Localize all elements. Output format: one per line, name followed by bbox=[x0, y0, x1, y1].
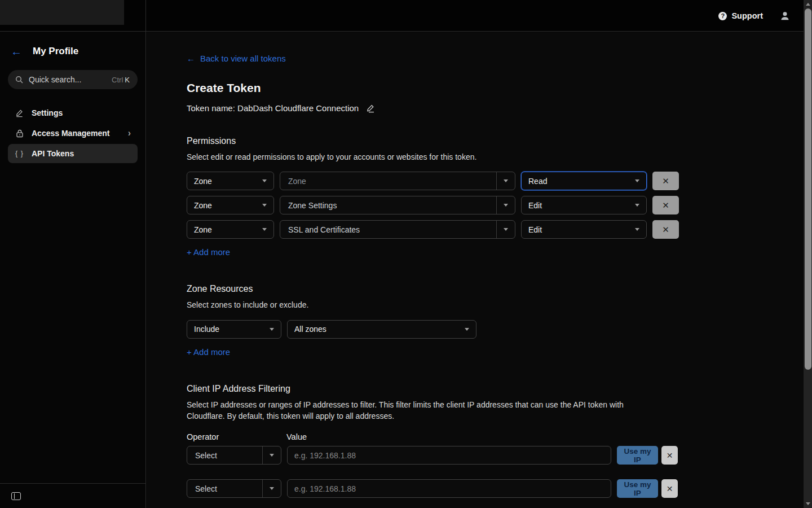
permission-resource-select[interactable]: Zone Settings bbox=[280, 196, 515, 214]
chevron-down-icon bbox=[262, 228, 267, 231]
braces-icon: { } bbox=[15, 150, 24, 157]
vertical-scrollbar[interactable] bbox=[804, 0, 812, 508]
sidebar-back-icon[interactable]: ← bbox=[11, 46, 22, 57]
zone-resources-description: Select zones to include or exclude. bbox=[187, 299, 643, 310]
page-title: Create Token bbox=[187, 81, 804, 95]
logo-placeholder bbox=[0, 0, 124, 25]
permission-access-select[interactable]: Edit bbox=[521, 196, 647, 214]
zone-resources-title: Zone Resources bbox=[187, 284, 804, 294]
quick-search-input[interactable]: Quick search... CtrlK bbox=[8, 70, 138, 89]
remove-ip-filter-button[interactable]: ✕ bbox=[661, 446, 678, 465]
back-to-tokens-link[interactable]: ← Back to view all tokens bbox=[187, 54, 286, 63]
chevron-down-icon bbox=[270, 328, 274, 331]
ip-value-input[interactable] bbox=[287, 479, 611, 498]
scrollbar-thumb[interactable] bbox=[805, 8, 811, 370]
user-account-icon[interactable] bbox=[780, 11, 790, 21]
scroll-down-icon[interactable] bbox=[804, 500, 812, 507]
remove-permission-button[interactable]: ✕ bbox=[652, 196, 679, 214]
add-zone-resource-link[interactable]: + Add more bbox=[187, 347, 230, 357]
sidebar-item-label: Settings bbox=[32, 108, 63, 117]
back-arrow-icon: ← bbox=[187, 54, 195, 63]
chevron-down-icon[interactable] bbox=[496, 172, 515, 190]
value-column-label: Value bbox=[286, 432, 307, 441]
chevron-down-icon bbox=[465, 328, 469, 331]
scroll-up-icon[interactable] bbox=[804, 1, 812, 8]
sidebar-item-settings[interactable]: Settings bbox=[8, 103, 138, 122]
chevron-down-icon bbox=[262, 204, 267, 207]
permissions-title: Permissions bbox=[187, 136, 804, 146]
chevron-right-icon: › bbox=[128, 128, 131, 138]
sidebar-item-label: Access Management bbox=[32, 129, 110, 138]
permission-row: Zone SSL and Certificates Edit ✕ bbox=[187, 220, 804, 239]
permission-scope-select[interactable]: Zone bbox=[187, 196, 274, 214]
support-label: Support bbox=[731, 11, 763, 20]
collapse-sidebar-icon[interactable] bbox=[11, 492, 21, 500]
chevron-down-icon bbox=[262, 179, 267, 182]
sidebar-item-api-tokens[interactable]: { } API Tokens bbox=[8, 144, 138, 163]
main-content: ← Back to view all tokens Create Token T… bbox=[147, 32, 804, 508]
search-placeholder: Quick search... bbox=[29, 75, 106, 84]
sidebar-title: My Profile bbox=[33, 46, 78, 57]
remove-permission-button[interactable]: ✕ bbox=[652, 220, 679, 239]
permission-row: Zone Zone Settings Edit ✕ bbox=[187, 196, 804, 214]
zone-resource-row: Include All zones bbox=[187, 320, 804, 339]
permission-access-select[interactable]: Read bbox=[521, 172, 647, 190]
ip-filtering-description: Select IP addresses or ranges of IP addr… bbox=[187, 399, 643, 422]
chevron-down-icon bbox=[635, 179, 639, 182]
token-name-text: Token name: DabDash Cloudflare Connectio… bbox=[187, 103, 359, 113]
chevron-down-icon[interactable] bbox=[496, 196, 515, 214]
use-my-ip-button[interactable]: Use my IP bbox=[617, 479, 658, 498]
chevron-down-icon[interactable] bbox=[496, 221, 515, 238]
sidebar-item-label: API Tokens bbox=[32, 149, 74, 158]
permission-access-select[interactable]: Edit bbox=[521, 220, 647, 239]
permission-scope-select[interactable]: Zone bbox=[187, 220, 274, 239]
zone-scope-select[interactable]: All zones bbox=[287, 320, 476, 339]
ip-value-input[interactable] bbox=[287, 446, 611, 465]
chevron-down-icon[interactable] bbox=[262, 446, 281, 464]
ip-operator-select[interactable]: Select bbox=[187, 446, 281, 465]
ip-filter-row: Select Use my IP ✕ bbox=[187, 446, 804, 465]
ip-filter-row: Select Use my IP ✕ bbox=[187, 479, 804, 498]
use-my-ip-button[interactable]: Use my IP bbox=[617, 446, 658, 465]
remove-permission-button[interactable]: ✕ bbox=[652, 172, 679, 190]
permission-row: Zone Zone Read ✕ bbox=[187, 172, 804, 190]
sidebar-footer bbox=[0, 483, 145, 508]
sidebar: ← My Profile Quick search... CtrlK Setti… bbox=[0, 32, 146, 508]
search-icon bbox=[15, 76, 23, 84]
ip-operator-select[interactable]: Select bbox=[187, 479, 281, 498]
chevron-down-icon bbox=[635, 204, 639, 207]
permissions-description: Select edit or read permissions to apply… bbox=[187, 151, 643, 163]
top-bar: ? Support bbox=[0, 0, 804, 32]
chevron-down-icon bbox=[635, 228, 639, 231]
sidebar-item-access-management[interactable]: Access Management › bbox=[8, 124, 138, 143]
header-divider bbox=[145, 0, 146, 32]
operator-column-label: Operator bbox=[187, 432, 286, 441]
remove-ip-filter-button[interactable]: ✕ bbox=[661, 479, 678, 498]
add-permission-link[interactable]: + Add more bbox=[187, 247, 230, 257]
pencil-icon bbox=[15, 109, 24, 117]
edit-token-name-icon[interactable] bbox=[366, 104, 375, 113]
permission-resource-select[interactable]: SSL and Certificates bbox=[280, 220, 515, 239]
search-shortcut: CtrlK bbox=[112, 76, 130, 84]
ip-filtering-title: Client IP Address Filtering bbox=[187, 384, 804, 394]
help-icon: ? bbox=[718, 12, 727, 20]
zone-include-select[interactable]: Include bbox=[187, 320, 281, 339]
lock-icon bbox=[15, 129, 24, 138]
chevron-down-icon[interactable] bbox=[262, 480, 281, 497]
permission-scope-select[interactable]: Zone bbox=[187, 172, 274, 190]
support-link[interactable]: ? Support bbox=[718, 11, 763, 20]
permission-resource-select[interactable]: Zone bbox=[280, 172, 515, 190]
